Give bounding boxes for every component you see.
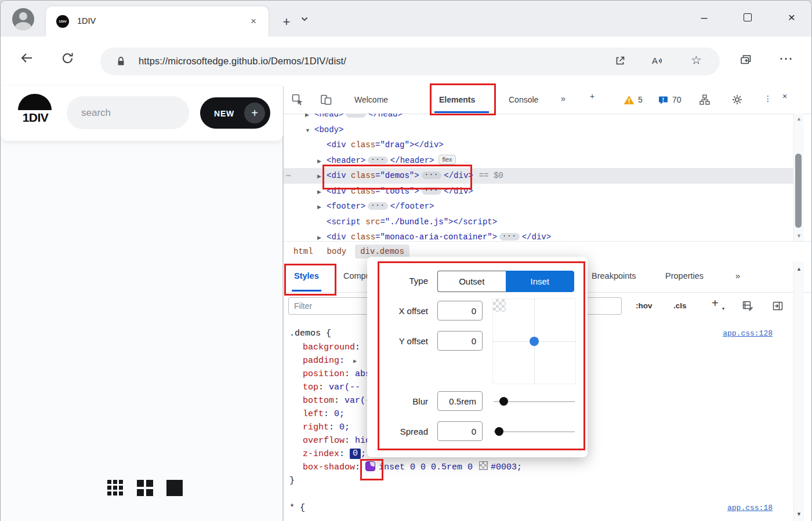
expand-arrow-icon[interactable]: ▶ <box>305 114 314 123</box>
address-bar[interactable]: https://microsoftedge.github.io/Demos/1D… <box>100 48 720 75</box>
spread-slider[interactable] <box>494 431 575 432</box>
offset-handle[interactable] <box>530 337 539 346</box>
single-view-icon[interactable] <box>166 480 183 496</box>
stylesheet-link[interactable]: app.css:128 <box>723 327 773 341</box>
new-tab-button[interactable]: + <box>278 14 295 30</box>
expand-arrow-icon[interactable]: ▶ <box>317 154 327 169</box>
devtools-close-icon[interactable]: × <box>782 92 787 101</box>
sidebar-tab-styles[interactable]: Styles <box>294 271 319 280</box>
open-sidebar-icon[interactable] <box>772 300 784 312</box>
toggle-element-classes[interactable]: .cls <box>673 301 687 310</box>
blur-slider-thumb[interactable] <box>499 397 508 406</box>
back-button[interactable] <box>19 51 34 65</box>
styles-scrollbar[interactable]: ▲ ▼ <box>793 261 804 521</box>
dom-tree-line[interactable]: ▶<head>···</head> <box>284 114 793 122</box>
settings-gear-icon[interactable] <box>731 94 743 105</box>
collapsed-content-icon[interactable]: ··· <box>422 172 442 179</box>
breadcrumb-item-body[interactable]: body <box>322 245 352 258</box>
dom-tree-line[interactable]: ▼<body> <box>284 122 793 138</box>
inset-button[interactable]: Inset <box>506 271 575 292</box>
shadow-editor-icon[interactable] <box>365 461 375 471</box>
collapsed-content-icon[interactable]: ··· <box>368 202 388 210</box>
y-offset-input[interactable] <box>437 331 483 351</box>
grid-view-medium-icon[interactable] <box>137 480 153 496</box>
inspect-element-icon[interactable] <box>291 93 304 106</box>
expand-arrow-icon[interactable]: ▶ <box>317 184 327 200</box>
dom-tree-line[interactable]: <div class="drag"></div> <box>284 137 793 153</box>
focus-mode-icon[interactable] <box>699 94 710 105</box>
collapsed-content-icon[interactable]: ··· <box>499 233 520 241</box>
expand-shorthand-icon[interactable]: ▶ <box>353 358 357 365</box>
devtools-menu-icon[interactable]: ⋮ <box>764 94 772 103</box>
sidebar-tab-[interactable]: » <box>735 271 740 280</box>
spread-slider-thumb[interactable] <box>495 427 503 436</box>
site-search-input[interactable] <box>67 96 189 129</box>
dom-token: "./bundle.js" <box>385 217 448 227</box>
read-aloud-icon[interactable]: A <box>651 55 664 67</box>
issues-icon[interactable] <box>658 96 668 105</box>
window-minimize-button[interactable]: – <box>694 8 714 27</box>
scroll-down-icon[interactable]: ▼ <box>794 233 804 239</box>
collapsed-content-icon[interactable]: ··· <box>368 156 388 164</box>
browser-tab[interactable]: 1DIV 1DIV × <box>46 6 269 37</box>
share-icon[interactable] <box>614 55 626 67</box>
flex-badge[interactable]: flex <box>438 155 455 165</box>
offset-2d-pad[interactable] <box>492 298 576 384</box>
dom-tree-line[interactable]: <script src="./bundle.js"></script> <box>284 214 793 230</box>
dom-tree-line[interactable]: ▶<footer>···</footer> <box>284 199 793 214</box>
highlighted-value: 0 <box>350 449 361 459</box>
warning-count[interactable]: 5 <box>638 95 643 104</box>
collections-icon[interactable] <box>740 54 752 65</box>
dom-scrollbar-thumb[interactable] <box>795 154 802 228</box>
window-maximize-button[interactable] <box>738 8 757 27</box>
issues-count[interactable]: 70 <box>672 95 682 104</box>
outset-button[interactable]: Outset <box>437 271 506 292</box>
browser-menu-icon[interactable]: ⋯ <box>779 50 793 67</box>
favorites-star-icon[interactable]: ☆ <box>691 53 702 67</box>
tab-elements[interactable]: Elements <box>439 95 475 104</box>
window-close-button[interactable]: × <box>782 8 802 27</box>
expand-arrow-icon[interactable]: ▶ <box>317 230 327 241</box>
blur-input[interactable] <box>437 391 483 411</box>
grid-view-small-icon[interactable] <box>107 480 123 496</box>
scroll-down-icon[interactable]: ▼ <box>794 511 804 517</box>
new-style-rule-icon[interactable]: + <box>712 297 719 310</box>
tab-welcome[interactable]: Welcome <box>354 95 388 104</box>
dom-tree-line[interactable]: ⋯▶<div class="demos">···</div>== $0 <box>284 168 793 184</box>
collapsed-content-icon[interactable]: ··· <box>422 187 442 195</box>
expand-arrow-icon[interactable]: ▶ <box>317 199 327 215</box>
stylesheet-link[interactable]: app.css:18 <box>727 501 773 515</box>
blur-slider[interactable] <box>494 401 575 402</box>
new-demo-button[interactable]: NEW + <box>200 97 270 129</box>
expand-arrow-icon[interactable]: ▶ <box>317 169 327 184</box>
add-devtools-tab-icon[interactable]: + <box>590 92 594 101</box>
sidebar-tab-breakpoints[interactable]: Breakpoints <box>592 271 636 280</box>
new-rule-caret-icon[interactable]: ▾ <box>722 306 724 311</box>
more-tabs-icon[interactable]: » <box>561 94 566 103</box>
css-declaration[interactable]: box-shadow: inset 0 0 0.5rem 0 #0003; <box>284 461 793 474</box>
x-offset-input[interactable] <box>437 301 483 320</box>
scroll-up-icon[interactable]: ▲ <box>794 116 804 122</box>
tab-console[interactable]: Console <box>509 95 538 104</box>
collapse-arrow-icon[interactable]: ▼ <box>305 123 314 139</box>
collapsed-content-icon[interactable]: ··· <box>346 114 366 118</box>
lock-icon[interactable] <box>117 56 125 67</box>
scroll-up-icon[interactable]: ▲ <box>794 266 804 272</box>
tab-close-icon[interactable]: × <box>246 14 260 28</box>
refresh-button[interactable] <box>61 52 74 65</box>
toggle-hover-state[interactable]: :hov <box>636 301 652 310</box>
color-swatch-icon[interactable] <box>479 461 488 470</box>
breadcrumb-item-html[interactable]: html <box>288 245 318 258</box>
dom-tree-line[interactable]: ▶<div class="tools">···</div> <box>284 184 793 199</box>
row-actions-icon[interactable]: ⋯ <box>286 168 290 184</box>
dom-tree-line[interactable]: ▶<header>···</header>flex <box>284 153 793 169</box>
dom-tree-line[interactable]: ▶<div class="monaco-aria-container">···<… <box>284 229 793 241</box>
sidebar-tab-properties[interactable]: Properties <box>665 271 704 280</box>
device-emulation-icon[interactable] <box>320 93 332 106</box>
warning-icon[interactable] <box>624 95 635 105</box>
spread-input[interactable] <box>437 421 483 441</box>
edit-styles-icon[interactable] <box>742 300 753 312</box>
profile-avatar[interactable] <box>12 8 34 30</box>
url-text[interactable]: https://microsoftedge.github.io/Demos/1D… <box>139 56 346 67</box>
tab-actions-chevron-icon[interactable] <box>301 17 308 21</box>
